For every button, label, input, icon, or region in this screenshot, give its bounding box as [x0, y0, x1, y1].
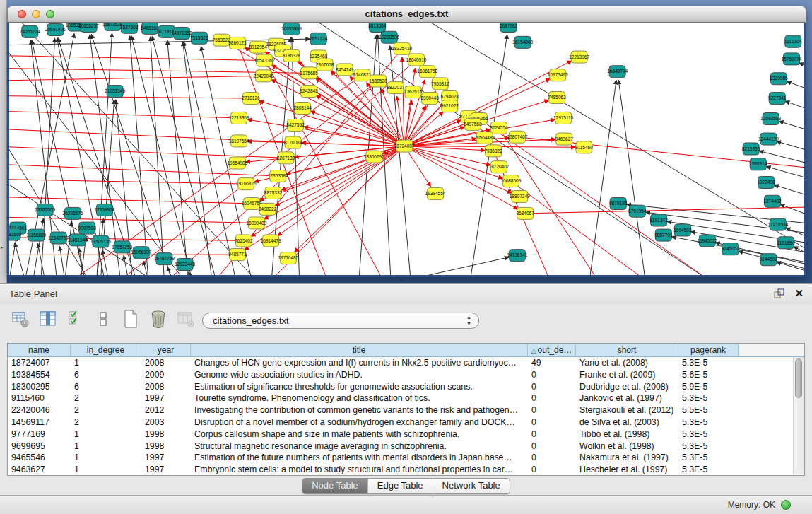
- network-node[interactable]: 16945022: [697, 235, 717, 247]
- table-cell[interactable]: Tourette syndrome. Phenomenology and cla…: [191, 392, 528, 404]
- table-cell[interactable]: 2008: [141, 381, 191, 393]
- network-node[interactable]: 12342757: [48, 232, 69, 244]
- tab-network-table[interactable]: Network Table: [433, 479, 510, 493]
- float-panel-icon[interactable]: [774, 288, 785, 298]
- network-node[interactable]: 16154808: [512, 36, 533, 48]
- network-node[interactable]: 13505135: [90, 235, 111, 247]
- select-columns-icon[interactable]: [66, 309, 85, 329]
- column-header-title[interactable]: title: [191, 344, 528, 356]
- network-node[interactable]: 2803144: [293, 103, 312, 115]
- network-node[interactable]: 14671358: [172, 27, 192, 39]
- network-node[interactable]: 1022498: [757, 176, 775, 188]
- table-cell[interactable]: 9465546: [8, 452, 71, 464]
- network-node[interactable]: 8878332: [264, 187, 283, 199]
- expand-panel-icon[interactable]: ▸: [1, 245, 4, 250]
- table-cell[interactable]: 5.3E-5: [678, 416, 739, 428]
- network-node[interactable]: 8215955: [742, 143, 760, 155]
- network-node[interactable]: 12444139: [758, 133, 779, 145]
- table-cell[interactable]: 1: [71, 464, 141, 476]
- column-visibility-icon[interactable]: [39, 309, 57, 329]
- column-header-out_de[interactable]: △out_de…: [528, 344, 576, 356]
- network-node[interactable]: 8822037: [387, 82, 405, 94]
- table-row[interactable]: 969969511998Structural magnetic resonanc…: [8, 440, 804, 452]
- close-window-button[interactable]: [18, 10, 26, 18]
- table-cell[interactable]: 9777169: [8, 428, 71, 440]
- network-node[interactable]: 9857791: [654, 229, 673, 241]
- table-cell[interactable]: 1998: [141, 440, 191, 452]
- minimize-window-button[interactable]: [32, 10, 40, 18]
- network-node[interactable]: 9115460: [575, 141, 593, 153]
- table-cell[interactable]: 1997: [141, 452, 191, 464]
- scrollbar-thumb[interactable]: [795, 358, 802, 398]
- network-edge[interactable]: [618, 80, 645, 275]
- network-node[interactable]: 6791954: [628, 205, 647, 217]
- table-cell[interactable]: 0: [528, 440, 576, 452]
- table-cell[interactable]: Hescheler et al. (1997): [576, 464, 678, 476]
- network-node[interactable]: 2718126: [242, 93, 260, 105]
- table-row[interactable]: 946362711997Embryonic stem cells: a mode…: [8, 464, 804, 476]
- table-cell[interactable]: Disruption of a novel member of a sodium…: [191, 416, 528, 428]
- network-edge[interactable]: [777, 141, 804, 154]
- collapsed-control-panel[interactable]: ▸: [0, 0, 7, 283]
- table-cell[interactable]: 5.5E-5: [678, 404, 739, 416]
- column-header-pagerank[interactable]: pagerank: [678, 344, 739, 356]
- network-node[interactable]: 24055724: [20, 25, 40, 37]
- network-node[interactable]: 17359924: [95, 204, 115, 216]
- table-cell[interactable]: 5.9E-5: [678, 381, 739, 393]
- network-node[interactable]: 3624554: [490, 122, 508, 134]
- network-node[interactable]: 12353584: [268, 170, 288, 182]
- table-cell[interactable]: 5.3E-5: [678, 392, 739, 404]
- table-cell[interactable]: Structural magnetic resonance image aver…: [191, 440, 528, 452]
- network-node[interactable]: 17210534: [767, 218, 788, 230]
- table-cell[interactable]: 5.3E-5: [678, 452, 739, 464]
- network-node[interactable]: 15751074: [782, 53, 802, 65]
- network-node[interactable]: 19716485: [278, 252, 298, 264]
- network-node[interactable]: 18325419: [392, 42, 412, 54]
- citation-edge[interactable]: [9, 76, 264, 81]
- network-node[interactable]: 2687682: [500, 23, 518, 32]
- network-node[interactable]: 19218596: [379, 31, 399, 43]
- table-row[interactable]: 946554611997Estimation of the future num…: [8, 452, 804, 464]
- network-node[interactable]: 1694503: [673, 224, 692, 236]
- table-row[interactable]: 1872400712008Changes of HCN gene express…: [8, 357, 804, 369]
- table-cell[interactable]: de Silva et al. (2003): [576, 416, 678, 428]
- citation-edge[interactable]: [168, 59, 416, 275]
- network-node[interactable]: 8427552: [286, 119, 305, 131]
- network-node[interactable]: 18300295: [364, 151, 384, 163]
- network-node[interactable]: 22420046: [254, 70, 274, 82]
- network-node[interactable]: 1274402: [763, 195, 782, 207]
- table-cell[interactable]: 0: [528, 392, 576, 404]
- network-node[interactable]: 1362615: [404, 86, 423, 98]
- table-cell[interactable]: 9115460: [8, 392, 71, 404]
- close-panel-icon[interactable]: ✕: [794, 286, 804, 300]
- network-node[interactable]: 1527602: [120, 23, 139, 33]
- table-cell[interactable]: 0: [528, 416, 576, 428]
- network-node[interactable]: 3175685: [300, 67, 318, 79]
- table-settings-icon[interactable]: [11, 309, 30, 329]
- citation-edge[interactable]: [511, 181, 645, 275]
- table-cell[interactable]: 6: [71, 369, 141, 381]
- table-cell[interactable]: 2003: [141, 416, 191, 428]
- table-cell[interactable]: Wolkin et al. (1998): [576, 440, 678, 452]
- network-node[interactable]: 12975115: [553, 112, 574, 124]
- network-node[interactable]: 7485063: [548, 92, 566, 104]
- citation-edge[interactable]: [9, 55, 264, 60]
- table-cell[interactable]: Jankovic et al. (1997): [576, 392, 678, 404]
- table-cell[interactable]: 1997: [141, 464, 191, 476]
- network-node[interactable]: 1595314: [749, 158, 767, 170]
- network-node[interactable]: 6497568: [464, 118, 482, 130]
- network-node[interactable]: 1112304: [784, 35, 802, 47]
- new-table-icon[interactable]: [122, 309, 140, 329]
- citation-edge[interactable]: [9, 111, 239, 118]
- table-row[interactable]: 977716911998Corpus callosum shape and si…: [8, 428, 804, 440]
- network-node[interactable]: 18724007: [394, 140, 415, 152]
- network-node[interactable]: 8912954: [249, 41, 267, 53]
- table-selector-dropdown[interactable]: citations_edges.txt ▲▼: [202, 313, 479, 329]
- network-edge[interactable]: [65, 222, 72, 275]
- network-node[interactable]: 18807249: [510, 190, 530, 202]
- citation-edge[interactable]: [404, 146, 490, 165]
- network-node[interactable]: 7857224: [310, 33, 328, 45]
- network-node[interactable]: 14136141: [507, 250, 527, 262]
- network-node[interactable]: 7955812: [431, 78, 449, 90]
- network-node[interactable]: 10973493: [548, 69, 568, 81]
